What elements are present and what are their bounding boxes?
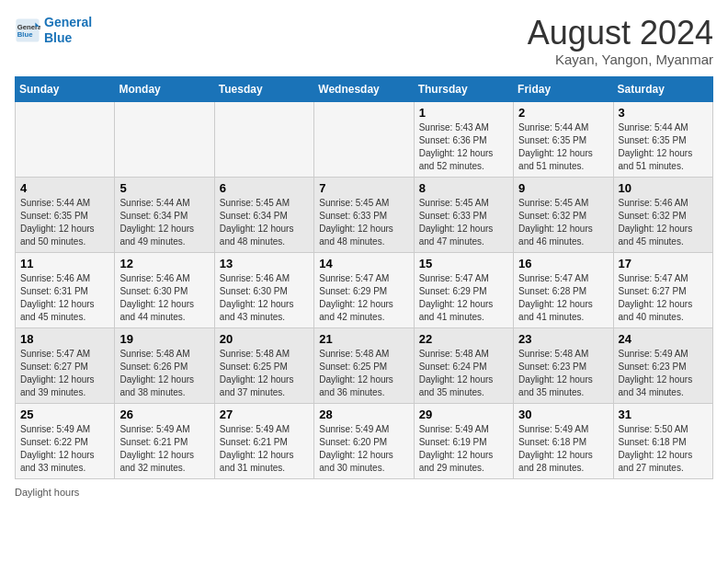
location-subtitle: Kayan, Yangon, Myanmar	[528, 52, 713, 67]
calendar-header-cell: Tuesday	[214, 76, 313, 101]
day-number: 17	[619, 257, 708, 270]
day-info: Sunrise: 5:46 AMSunset: 6:32 PMDaylight:…	[619, 197, 708, 248]
day-info: Sunrise: 5:44 AMSunset: 6:35 PMDaylight:…	[20, 197, 109, 248]
day-info: Sunrise: 5:49 AMSunset: 6:21 PMDaylight:…	[220, 423, 309, 475]
day-info: Sunrise: 5:44 AMSunset: 6:34 PMDaylight:…	[119, 197, 209, 248]
day-info: Sunrise: 5:49 AMSunset: 6:18 PMDaylight:…	[518, 423, 608, 475]
day-info: Sunrise: 5:44 AMSunset: 6:35 PMDaylight:…	[518, 121, 608, 173]
title-area: August 2024 Kayan, Yangon, Myanmar	[528, 15, 713, 67]
day-number: 20	[220, 332, 309, 346]
calendar-day-cell: 28Sunrise: 5:49 AMSunset: 6:20 PMDayligh…	[314, 403, 414, 478]
day-number: 14	[319, 257, 408, 270]
calendar-day-cell: 24Sunrise: 5:49 AMSunset: 6:23 PMDayligh…	[613, 327, 712, 403]
calendar-day-cell: 22Sunrise: 5:48 AMSunset: 6:24 PMDayligh…	[414, 327, 513, 403]
day-number: 13	[220, 257, 309, 270]
day-info: Sunrise: 5:45 AMSunset: 6:32 PMDaylight:…	[518, 197, 608, 248]
calendar-day-cell: 10Sunrise: 5:46 AMSunset: 6:32 PMDayligh…	[613, 177, 712, 252]
day-number: 7	[319, 181, 408, 195]
legend-label: Daylight hours	[15, 487, 79, 498]
day-number: 28	[319, 408, 408, 421]
calendar-day-cell: 8Sunrise: 5:45 AMSunset: 6:33 PMDaylight…	[414, 177, 513, 252]
calendar-day-cell: 13Sunrise: 5:46 AMSunset: 6:30 PMDayligh…	[214, 252, 313, 327]
day-info: Sunrise: 5:48 AMSunset: 6:24 PMDaylight:…	[419, 348, 508, 399]
day-info: Sunrise: 5:45 AMSunset: 6:33 PMDaylight:…	[319, 197, 408, 248]
calendar-day-cell: 9Sunrise: 5:45 AMSunset: 6:32 PMDaylight…	[514, 177, 613, 252]
calendar-week-row: 25Sunrise: 5:49 AMSunset: 6:22 PMDayligh…	[16, 403, 713, 478]
day-info: Sunrise: 5:48 AMSunset: 6:25 PMDaylight:…	[220, 348, 309, 399]
day-info: Sunrise: 5:47 AMSunset: 6:27 PMDaylight:…	[619, 272, 708, 324]
day-info: Sunrise: 5:47 AMSunset: 6:29 PMDaylight:…	[319, 272, 408, 324]
calendar-table: SundayMondayTuesdayWednesdayThursdayFrid…	[15, 76, 713, 479]
calendar-header-row: SundayMondayTuesdayWednesdayThursdayFrid…	[16, 76, 713, 101]
day-number: 24	[619, 332, 708, 346]
calendar-week-row: 11Sunrise: 5:46 AMSunset: 6:31 PMDayligh…	[16, 252, 713, 327]
day-info: Sunrise: 5:47 AMSunset: 6:29 PMDaylight:…	[419, 272, 508, 324]
calendar-day-cell: 5Sunrise: 5:44 AMSunset: 6:34 PMDaylight…	[115, 177, 214, 252]
day-info: Sunrise: 5:46 AMSunset: 6:30 PMDaylight:…	[220, 272, 309, 324]
day-number: 2	[518, 106, 608, 120]
day-info: Sunrise: 5:49 AMSunset: 6:21 PMDaylight:…	[119, 423, 209, 475]
calendar-day-cell: 26Sunrise: 5:49 AMSunset: 6:21 PMDayligh…	[115, 403, 214, 478]
calendar-header-cell: Sunday	[16, 76, 115, 101]
day-info: Sunrise: 5:48 AMSunset: 6:25 PMDaylight:…	[319, 348, 408, 399]
svg-text:General: General	[17, 22, 40, 30]
day-number: 29	[419, 408, 508, 421]
day-number: 9	[518, 181, 608, 195]
day-number: 26	[119, 408, 209, 421]
calendar-week-row: 1Sunrise: 5:43 AMSunset: 6:36 PMDaylight…	[16, 101, 713, 177]
calendar-day-cell: 31Sunrise: 5:50 AMSunset: 6:18 PMDayligh…	[613, 403, 712, 478]
day-number: 31	[619, 408, 708, 421]
calendar-header-cell: Wednesday	[314, 76, 414, 101]
calendar-day-cell: 16Sunrise: 5:47 AMSunset: 6:28 PMDayligh…	[514, 252, 613, 327]
calendar-day-cell: 7Sunrise: 5:45 AMSunset: 6:33 PMDaylight…	[314, 177, 414, 252]
day-info: Sunrise: 5:43 AMSunset: 6:36 PMDaylight:…	[419, 121, 508, 173]
calendar-header-cell: Saturday	[613, 76, 712, 101]
day-info: Sunrise: 5:48 AMSunset: 6:23 PMDaylight:…	[518, 348, 608, 399]
calendar-week-row: 4Sunrise: 5:44 AMSunset: 6:35 PMDaylight…	[16, 177, 713, 252]
day-info: Sunrise: 5:50 AMSunset: 6:18 PMDaylight:…	[619, 423, 708, 475]
calendar-day-cell	[314, 101, 414, 177]
day-info: Sunrise: 5:47 AMSunset: 6:27 PMDaylight:…	[20, 348, 109, 399]
day-number: 25	[20, 408, 109, 421]
day-info: Sunrise: 5:47 AMSunset: 6:28 PMDaylight:…	[518, 272, 608, 324]
day-number: 6	[220, 181, 309, 195]
calendar-day-cell: 23Sunrise: 5:48 AMSunset: 6:23 PMDayligh…	[514, 327, 613, 403]
calendar-day-cell: 27Sunrise: 5:49 AMSunset: 6:21 PMDayligh…	[214, 403, 313, 478]
calendar-day-cell: 18Sunrise: 5:47 AMSunset: 6:27 PMDayligh…	[16, 327, 115, 403]
day-number: 27	[220, 408, 309, 421]
day-info: Sunrise: 5:49 AMSunset: 6:19 PMDaylight:…	[419, 423, 508, 475]
day-info: Sunrise: 5:49 AMSunset: 6:23 PMDaylight:…	[619, 348, 708, 399]
day-number: 11	[20, 257, 109, 270]
day-info: Sunrise: 5:46 AMSunset: 6:31 PMDaylight:…	[20, 272, 109, 324]
day-number: 8	[419, 181, 508, 195]
calendar-day-cell: 30Sunrise: 5:49 AMSunset: 6:18 PMDayligh…	[514, 403, 613, 478]
svg-text:Blue: Blue	[17, 30, 33, 39]
legend: Daylight hours	[15, 487, 713, 498]
day-info: Sunrise: 5:48 AMSunset: 6:26 PMDaylight:…	[119, 348, 209, 399]
day-number: 15	[419, 257, 508, 270]
calendar-header-cell: Thursday	[414, 76, 513, 101]
day-info: Sunrise: 5:49 AMSunset: 6:20 PMDaylight:…	[319, 423, 408, 475]
calendar-day-cell	[115, 101, 214, 177]
calendar-day-cell: 15Sunrise: 5:47 AMSunset: 6:29 PMDayligh…	[414, 252, 513, 327]
logo-text: GeneralBlue	[44, 15, 92, 46]
calendar-day-cell: 19Sunrise: 5:48 AMSunset: 6:26 PMDayligh…	[115, 327, 214, 403]
calendar-week-row: 18Sunrise: 5:47 AMSunset: 6:27 PMDayligh…	[16, 327, 713, 403]
calendar-day-cell: 21Sunrise: 5:48 AMSunset: 6:25 PMDayligh…	[314, 327, 414, 403]
day-info: Sunrise: 5:49 AMSunset: 6:22 PMDaylight:…	[20, 423, 109, 475]
calendar-header-cell: Monday	[115, 76, 214, 101]
calendar-day-cell: 29Sunrise: 5:49 AMSunset: 6:19 PMDayligh…	[414, 403, 513, 478]
calendar-day-cell: 11Sunrise: 5:46 AMSunset: 6:31 PMDayligh…	[16, 252, 115, 327]
day-number: 10	[619, 181, 708, 195]
calendar-day-cell: 12Sunrise: 5:46 AMSunset: 6:30 PMDayligh…	[115, 252, 214, 327]
logo: General Blue GeneralBlue	[15, 15, 92, 46]
day-number: 23	[518, 332, 608, 346]
calendar-day-cell: 17Sunrise: 5:47 AMSunset: 6:27 PMDayligh…	[613, 252, 712, 327]
day-number: 19	[119, 332, 209, 346]
calendar-day-cell: 6Sunrise: 5:45 AMSunset: 6:34 PMDaylight…	[214, 177, 313, 252]
day-number: 16	[518, 257, 608, 270]
day-number: 12	[119, 257, 209, 270]
calendar-day-cell: 2Sunrise: 5:44 AMSunset: 6:35 PMDaylight…	[514, 101, 613, 177]
day-number: 5	[119, 181, 209, 195]
day-number: 1	[419, 106, 508, 120]
